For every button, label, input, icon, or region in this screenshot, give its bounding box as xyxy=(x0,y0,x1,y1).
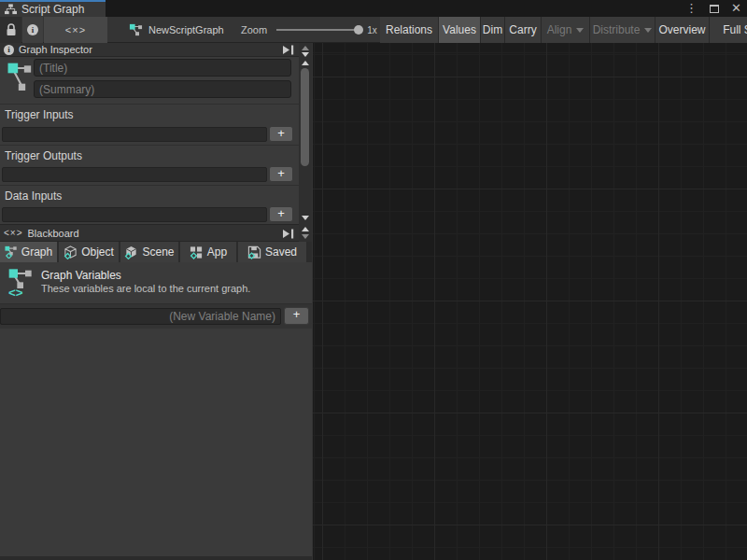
scroll-down-icon[interactable] xyxy=(302,216,309,220)
graph-canvas[interactable] xyxy=(313,43,747,560)
dock-button[interactable] xyxy=(282,229,295,239)
tab-title: Script Graph xyxy=(21,3,84,16)
graph-variables-info: <> Graph Variables These variables are l… xyxy=(0,262,312,304)
lock-button[interactable] xyxy=(0,17,21,43)
dropdown-arrow-icon xyxy=(644,28,652,33)
scroll-mini-up-icon[interactable] xyxy=(302,46,309,50)
dock-button[interactable] xyxy=(282,45,295,55)
graph-tab-icon xyxy=(5,245,18,259)
window-tab-bar: Script Graph ⋮ ✕ xyxy=(0,0,747,17)
add-data-input-button[interactable]: + xyxy=(269,206,293,222)
sidebar-bottom-border xyxy=(0,556,312,560)
close-icon[interactable]: ✕ xyxy=(731,0,741,17)
zoom-slider-handle[interactable] xyxy=(354,25,363,35)
lock-icon xyxy=(6,23,17,36)
dropdown-arrow-icon xyxy=(576,28,584,33)
align-button: Align xyxy=(542,17,590,43)
graph-breadcrumb[interactable]: NewScriptGraph xyxy=(129,17,224,43)
kebab-menu-icon[interactable]: ⋮ xyxy=(685,0,698,17)
tab-graph[interactable]: Graph xyxy=(0,242,59,262)
full-screen-button[interactable]: Full Screen xyxy=(710,17,747,43)
scroll-mini-down-icon[interactable] xyxy=(302,52,309,57)
hierarchy-icon xyxy=(5,4,17,15)
graph-variables-description: These variables are local to the current… xyxy=(41,283,250,294)
carry-button[interactable]: Carry xyxy=(505,17,542,43)
new-variable-input[interactable] xyxy=(0,308,281,325)
scroll-mini-down-icon[interactable] xyxy=(302,234,309,239)
title-input[interactable] xyxy=(34,59,291,77)
relations-button[interactable]: Relations xyxy=(380,17,439,43)
new-variable-row: + xyxy=(0,304,312,329)
zoom-label: Zoom xyxy=(241,24,267,35)
values-button[interactable]: Values xyxy=(439,17,481,43)
tab-scene[interactable]: Scene xyxy=(120,242,180,262)
blackboard-scrollbar[interactable] xyxy=(299,224,312,242)
zoom-slider[interactable] xyxy=(276,29,359,31)
floppy-icon xyxy=(247,245,261,259)
app-icon xyxy=(190,245,204,259)
cube-icon xyxy=(63,245,78,259)
script-graph-icon xyxy=(129,23,143,36)
tab-app[interactable]: App xyxy=(180,242,238,262)
add-trigger-output-button[interactable]: + xyxy=(269,166,293,182)
tab-object[interactable]: Object xyxy=(59,242,120,262)
variables-icon: <×> xyxy=(4,228,23,238)
sidebar: i Graph Inspector Trigger Inputs + Trigg… xyxy=(0,43,312,560)
inspector-scrollbar[interactable] xyxy=(299,43,312,224)
info-icon: i xyxy=(4,45,14,55)
section-label-data-inputs: Data Inputs xyxy=(0,185,299,204)
scroll-up-icon[interactable] xyxy=(302,61,309,65)
graph-inspector-icon xyxy=(7,61,32,98)
scroll-mini-up-icon[interactable] xyxy=(302,227,309,231)
variables-empty-area xyxy=(0,329,312,556)
graph-toolbar: i <×> NewScriptGraph Zoom 1x Relations V… xyxy=(0,17,747,43)
info-button[interactable]: i xyxy=(22,17,43,43)
graph-name: NewScriptGraph xyxy=(148,24,224,35)
trigger-inputs-list[interactable] xyxy=(2,127,267,142)
graph-variables-title: Graph Variables xyxy=(41,269,121,282)
panel-title: Graph Inspector xyxy=(19,44,92,55)
script-graph-window: Script Graph ⋮ ✕ i <×> xyxy=(0,0,747,560)
dim-button[interactable]: Dim xyxy=(481,17,505,43)
code-icon: <×> xyxy=(65,24,86,35)
scrollbar-thumb[interactable] xyxy=(301,68,309,166)
info-icon: i xyxy=(27,24,38,35)
panel-title: Blackboard xyxy=(28,228,79,239)
blackboard-header: <×> Blackboard xyxy=(0,224,299,242)
scene-icon xyxy=(124,245,138,259)
tab-script-graph[interactable]: Script Graph xyxy=(0,0,106,17)
distribute-button: Distribute xyxy=(590,17,655,43)
section-label-trigger-outputs: Trigger Outputs xyxy=(0,145,299,164)
data-inputs-list[interactable] xyxy=(2,207,267,222)
add-trigger-input-button[interactable]: + xyxy=(269,126,293,142)
blackboard-tab-bar: Graph Object Scene xyxy=(0,242,312,262)
overview-button[interactable]: Overview xyxy=(655,17,710,43)
toolbar-toggle-group: Relations Values Dim Carry Align Distrib… xyxy=(380,17,747,43)
code-toggle-button[interactable]: <×> xyxy=(44,17,107,43)
section-label-trigger-inputs: Trigger Inputs xyxy=(0,104,299,123)
zoom-value: 1x xyxy=(367,25,377,35)
summary-input[interactable] xyxy=(34,80,291,98)
tab-saved[interactable]: Saved xyxy=(238,242,306,262)
add-variable-button[interactable]: + xyxy=(284,307,309,325)
graph-inspector-header: i Graph Inspector xyxy=(0,43,299,57)
trigger-outputs-list[interactable] xyxy=(2,167,267,182)
graph-variables-icon: <> xyxy=(8,268,35,298)
svg-text:<>: <> xyxy=(8,286,23,298)
maximize-icon[interactable] xyxy=(710,5,719,13)
